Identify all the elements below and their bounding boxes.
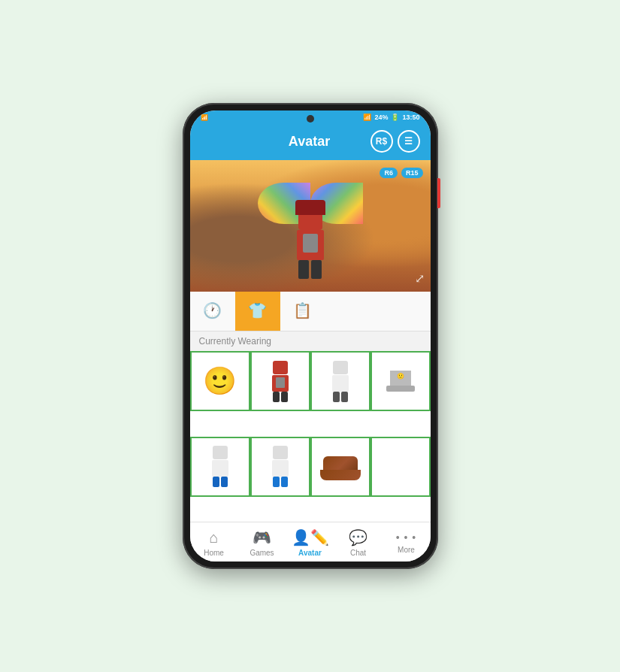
char-leg-left xyxy=(298,260,309,279)
tab-copy[interactable]: 📋 xyxy=(280,292,325,331)
section-label: Currently Wearing xyxy=(190,331,431,351)
mini-head-4 xyxy=(273,446,288,459)
item-blue-pants2[interactable] xyxy=(250,437,310,497)
red-outfit-char xyxy=(272,361,289,402)
r15-badge[interactable]: R15 xyxy=(401,168,423,178)
avatar-preview-area: R6 R15 ⤢ xyxy=(190,160,431,292)
phone-camera xyxy=(307,115,314,123)
expand-button[interactable]: ⤢ xyxy=(415,271,425,286)
mini-legs xyxy=(273,392,288,402)
item-white-body[interactable] xyxy=(310,351,370,411)
r6-badge[interactable]: R6 xyxy=(380,168,398,178)
item-hair[interactable] xyxy=(310,437,370,497)
mini-body-3 xyxy=(212,460,228,477)
phone-frame: 📶 📶 24% 🔋 13:50 Avatar R$ ☰ xyxy=(183,103,438,569)
mini-leg-l2 xyxy=(333,392,340,402)
mini-legs-4 xyxy=(273,477,288,487)
bucket-hat-item: 🙂 xyxy=(386,371,415,392)
mini-leg-r4 xyxy=(281,477,288,487)
copy-icon: 📋 xyxy=(293,301,312,319)
phone-screen: 📶 📶 24% 🔋 13:50 Avatar R$ ☰ xyxy=(190,110,431,562)
mini-leg-r3 xyxy=(221,477,228,487)
clock-time: 13:50 xyxy=(402,114,419,121)
item-blue-pants[interactable] xyxy=(190,437,250,497)
tab-recent[interactable]: 🕐 xyxy=(190,292,235,331)
hat-face: 🙂 xyxy=(390,371,411,381)
battery-percent: 24% xyxy=(374,114,388,121)
mini-body xyxy=(272,375,289,392)
status-right: 📶 24% 🔋 13:50 xyxy=(363,114,419,121)
page-title: Avatar xyxy=(249,134,370,150)
avatar-character xyxy=(277,186,344,292)
menu-button[interactable]: ☰ xyxy=(398,130,420,153)
mini-legs-2 xyxy=(333,392,348,402)
header-actions: R$ ☰ xyxy=(370,130,420,153)
char-head xyxy=(298,209,322,230)
mini-head-2 xyxy=(333,361,348,374)
mini-head-3 xyxy=(213,446,228,459)
tab-selector: 🕐 👕 📋 xyxy=(190,292,431,331)
mini-body-4 xyxy=(272,460,289,477)
mini-leg-l3 xyxy=(213,477,219,487)
nav-home[interactable]: ⌂ Home xyxy=(190,522,238,562)
mini-leg-r2 xyxy=(341,392,348,402)
nav-chat[interactable]: 💬 Chat xyxy=(334,522,383,562)
avatar-icon: 👤✏️ xyxy=(292,528,329,546)
mini-leg-l xyxy=(273,392,280,402)
tab-wearing[interactable]: 👕 xyxy=(235,292,280,331)
shirt-icon: 👕 xyxy=(248,301,267,319)
mini-leg-r xyxy=(281,392,288,402)
mini-head xyxy=(273,361,288,374)
hair-item-display xyxy=(319,452,362,482)
bottom-nav: ⌂ Home 🎮 Games 👤✏️ Avatar 💬 Chat • • • M… xyxy=(190,522,431,562)
smiley-face: 🙂 xyxy=(203,368,237,395)
blue-pants-char xyxy=(212,446,228,487)
item-empty[interactable] xyxy=(370,437,431,497)
robux-button[interactable]: R$ xyxy=(370,130,393,153)
status-left: 📶 xyxy=(201,114,208,121)
mini-leg-l4 xyxy=(273,477,280,487)
mini-legs-3 xyxy=(213,477,228,487)
white-body-char xyxy=(332,361,349,402)
hat-brim xyxy=(386,386,415,392)
clock-icon: 🕐 xyxy=(203,301,222,319)
phone-side-button xyxy=(437,178,440,208)
battery-icon: 🔋 xyxy=(391,114,399,121)
items-grid: 🙂 xyxy=(190,351,431,522)
games-icon: 🎮 xyxy=(253,528,271,546)
menu-icon: ☰ xyxy=(404,136,413,147)
app-header: Avatar R$ ☰ xyxy=(190,124,431,160)
robux-label: R$ xyxy=(376,136,387,147)
char-body xyxy=(297,230,324,260)
more-icon: • • • xyxy=(396,531,416,543)
nav-more[interactable]: • • • More xyxy=(383,522,431,562)
rig-badges: R6 R15 xyxy=(380,168,422,178)
item-red-outfit[interactable] xyxy=(250,351,310,411)
nav-avatar[interactable]: 👤✏️ Avatar xyxy=(286,522,334,562)
home-icon: ⌂ xyxy=(209,529,218,546)
char-legs xyxy=(298,260,322,279)
hat-top: 🙂 xyxy=(390,371,411,386)
item-smiley[interactable]: 🙂 xyxy=(190,351,250,411)
char-leg-right xyxy=(311,260,322,279)
blue-pants2-char xyxy=(272,446,289,487)
item-bucket-hat[interactable]: 🙂 xyxy=(370,351,431,411)
nav-games[interactable]: 🎮 Games xyxy=(238,522,286,562)
wifi-icon: 📶 xyxy=(363,114,371,121)
chat-icon: 💬 xyxy=(349,528,367,546)
mini-body-2 xyxy=(332,375,349,392)
hair-shape xyxy=(323,456,358,477)
